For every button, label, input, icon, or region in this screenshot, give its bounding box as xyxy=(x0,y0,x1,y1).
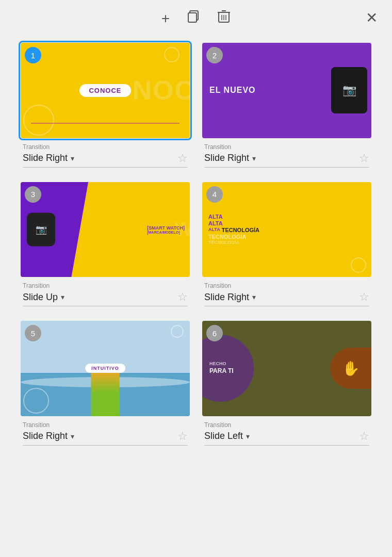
slide3-text: [SMART WATCH] [MARCA/MODELO] xyxy=(147,225,185,234)
slide5-pill: INTUITIVO xyxy=(85,364,125,373)
slide-number-6: 6 xyxy=(206,325,223,341)
chevron-down-icon-5: ▾ xyxy=(71,432,74,440)
transition-row-4: Slide Right ▾ ☆ xyxy=(204,290,369,306)
slide-thumb-wrap-3[interactable]: W 📷 [SMART WATCH] [MARCA/MODELO] 3 xyxy=(21,182,190,277)
slide2-phone: 📷 xyxy=(331,67,367,113)
transition-controls-6: Transition Slide Left ▾ ☆ xyxy=(202,421,371,446)
slide-thumbnail-1[interactable]: NOC CONOCE 1 xyxy=(21,43,190,138)
transition-controls-4: Transition Slide Right ▾ ☆ xyxy=(202,282,371,306)
transition-row-5: Slide Right ▾ ☆ xyxy=(23,430,188,446)
transition-value-4: Slide Right xyxy=(204,292,249,303)
slide5-person xyxy=(91,370,120,416)
transition-controls-2: Transition Slide Right ▾ ☆ xyxy=(202,143,371,168)
slide1-circle-1 xyxy=(23,105,54,136)
camera-icon-3: 📷 xyxy=(36,224,47,235)
star-icon-2[interactable]: ☆ xyxy=(359,152,369,165)
slide-thumb-wrap-5[interactable]: INTUITIVO 5 xyxy=(21,321,190,416)
transition-label-6: Transition xyxy=(204,421,369,429)
slide-item-1: NOC CONOCE 1 Transition Slide Right ▾ ☆ xyxy=(21,43,190,168)
star-icon-1[interactable]: ☆ xyxy=(177,152,188,165)
slide1-pill: CONOCE xyxy=(79,84,130,97)
chevron-down-icon-2: ▾ xyxy=(252,154,256,162)
slide-item-4: ALTA ALTA ALTA TECNOLOGÍA TECNOLOGÍA xyxy=(202,182,371,307)
slide4-row-5: TECNOLOGÍA xyxy=(208,240,259,245)
transition-row-1: Slide Right ▾ ☆ xyxy=(23,152,188,168)
transition-label-2: Transition xyxy=(204,143,369,151)
slide3-watch: 📷 xyxy=(27,212,55,246)
transition-select-4[interactable]: Slide Right ▾ xyxy=(204,292,256,303)
transition-label-3: Transition xyxy=(23,282,188,289)
duplicate-button[interactable] xyxy=(186,9,201,27)
slide1-circle-2 xyxy=(164,47,179,62)
transition-label-1: Transition xyxy=(23,143,188,151)
slide-thumb-wrap-6[interactable]: HECHO PARA TI ✋ 6 xyxy=(202,321,371,416)
chevron-down-icon-3: ▾ xyxy=(61,293,64,301)
close-button[interactable]: ✕ xyxy=(366,9,378,26)
star-icon-3[interactable]: ☆ xyxy=(177,290,188,304)
slide2-text: EL NUEVO xyxy=(209,86,256,95)
chevron-down-icon-1: ▾ xyxy=(71,154,74,162)
slide-number-2: 2 xyxy=(206,47,223,63)
slide4-row-2: ALTA xyxy=(208,220,259,226)
slide-number-1: 1 xyxy=(25,47,41,63)
transition-row-6: Slide Left ▾ ☆ xyxy=(204,430,369,446)
slide-thumbnail-3[interactable]: W 📷 [SMART WATCH] [MARCA/MODELO] 3 xyxy=(21,182,190,277)
hand-icon-6: ✋ xyxy=(342,360,360,377)
add-button[interactable]: + xyxy=(161,10,170,27)
transition-label-5: Transition xyxy=(23,421,188,429)
slide-item-2: EL NUEVO 📷 2 Transition Slide Right ▾ ☆ xyxy=(202,43,371,168)
slide4-circle xyxy=(351,257,366,273)
slide-thumb-wrap-2[interactable]: EL NUEVO 📷 2 xyxy=(202,43,371,138)
star-icon-5[interactable]: ☆ xyxy=(177,430,188,443)
plus-icon: + xyxy=(161,10,170,27)
slide1-line xyxy=(31,123,179,124)
transition-label-4: Transition xyxy=(204,282,369,289)
slide-thumb-wrap-1[interactable]: NOC CONOCE 1 xyxy=(21,43,190,138)
duplicate-icon xyxy=(186,9,201,27)
slide5-circle-1 xyxy=(23,388,49,414)
slide-item-5: INTUITIVO 5 Transition Slide Right ▾ ☆ xyxy=(21,321,190,446)
slide5-circle-2 xyxy=(171,325,184,338)
slide-thumbnail-5[interactable]: INTUITIVO 5 xyxy=(21,321,190,416)
slides-grid: NOC CONOCE 1 Transition Slide Right ▾ ☆ xyxy=(0,35,392,466)
slide-number-5: 5 xyxy=(25,325,41,341)
transition-select-3[interactable]: Slide Up ▾ xyxy=(23,292,64,303)
slide-item-3: W 📷 [SMART WATCH] [MARCA/MODELO] 3 Trans… xyxy=(21,182,190,307)
toolbar: + ✕ xyxy=(0,0,392,35)
transition-value-6: Slide Left xyxy=(204,431,243,441)
close-icon: ✕ xyxy=(366,9,378,25)
transition-controls-5: Transition Slide Right ▾ ☆ xyxy=(21,421,190,446)
transition-select-6[interactable]: Slide Left ▾ xyxy=(204,431,250,441)
slide-thumbnail-4[interactable]: ALTA ALTA ALTA TECNOLOGÍA TECNOLOGÍA xyxy=(202,182,371,277)
transition-select-5[interactable]: Slide Right ▾ xyxy=(23,431,74,441)
chevron-down-icon-6: ▾ xyxy=(246,432,250,440)
camera-icon-2: 📷 xyxy=(342,84,356,97)
transition-select-2[interactable]: Slide Right ▾ xyxy=(204,153,256,163)
transition-row-2: Slide Right ▾ ☆ xyxy=(204,152,369,168)
chevron-down-icon-4: ▾ xyxy=(252,293,256,301)
svg-rect-1 xyxy=(188,13,197,22)
star-icon-6[interactable]: ☆ xyxy=(359,430,369,443)
slide4-row-4: TECNOLOGÍA xyxy=(208,234,259,240)
transition-controls-1: Transition Slide Right ▾ ☆ xyxy=(21,143,190,168)
transition-controls-3: Transition Slide Up ▾ ☆ xyxy=(21,282,190,306)
slide1-bg-text: NOC xyxy=(132,75,190,106)
slide-thumb-wrap-4[interactable]: ALTA ALTA ALTA TECNOLOGÍA TECNOLOGÍA xyxy=(202,182,371,277)
transition-value-5: Slide Right xyxy=(23,431,68,441)
transition-value-1: Slide Right xyxy=(23,153,68,163)
slide-number-3: 3 xyxy=(25,186,41,203)
slide6-text: HECHO PARA TI xyxy=(209,362,234,375)
slide6-hand: ✋ xyxy=(330,348,371,389)
slide-thumbnail-2[interactable]: EL NUEVO 📷 2 xyxy=(202,43,371,138)
transition-value-3: Slide Up xyxy=(23,292,58,303)
delete-button[interactable] xyxy=(217,9,231,27)
slide4-row-3: ALTA TECNOLOGÍA xyxy=(208,227,259,233)
transition-select-1[interactable]: Slide Right ▾ xyxy=(23,153,74,163)
transition-row-3: Slide Up ▾ ☆ xyxy=(23,290,188,306)
slide-item-6: HECHO PARA TI ✋ 6 Transition Slide Left … xyxy=(202,321,371,446)
star-icon-4[interactable]: ☆ xyxy=(359,290,369,304)
slide-thumbnail-6[interactable]: HECHO PARA TI ✋ 6 xyxy=(202,321,371,416)
trash-icon xyxy=(217,9,231,27)
slide4-row-1: ALTA xyxy=(208,214,259,220)
slide-number-4: 4 xyxy=(206,186,223,203)
